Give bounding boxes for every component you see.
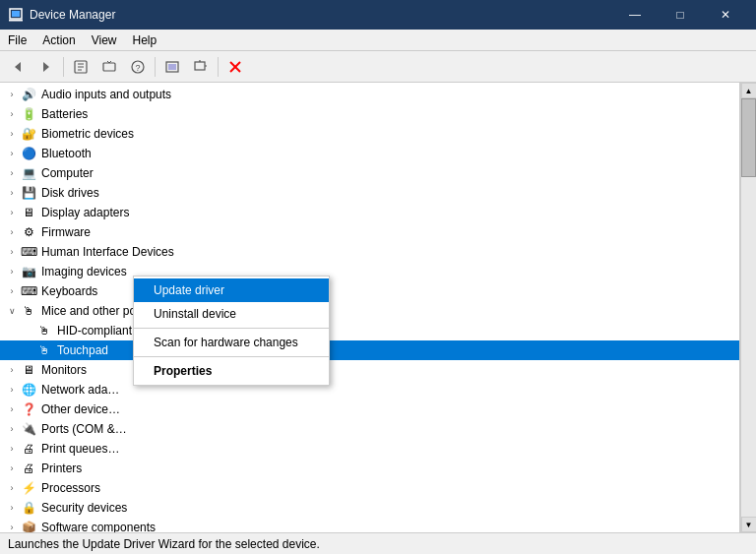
scroll-down-button[interactable]: ▼ — [741, 517, 757, 532]
tree-item-other[interactable]: ›❓Other device… — [0, 400, 739, 419]
context-menu-separator — [134, 356, 329, 357]
expand-icon[interactable]: › — [4, 87, 20, 102]
expand-icon[interactable]: › — [4, 185, 20, 201]
tree-item-softwarecomp[interactable]: ›📦Software components — [0, 518, 739, 532]
svg-text:?: ? — [135, 63, 140, 73]
expand-icon[interactable]: › — [4, 421, 20, 437]
menu-help[interactable]: Help — [125, 30, 165, 50]
context-menu-item-uninstall-device[interactable]: Uninstall device — [134, 302, 329, 326]
tree-item-display[interactable]: ›🖥Display adapters — [0, 203, 739, 222]
expand-icon[interactable]: › — [4, 362, 20, 378]
close-button[interactable]: ✕ — [703, 0, 748, 30]
tree-item-biometric[interactable]: ›🔐Biometric devices — [0, 124, 739, 144]
tree-item-ports[interactable]: ›🔌Ports (COM &… — [0, 419, 739, 439]
maximize-button[interactable]: □ — [658, 0, 703, 30]
tree-item-printers[interactable]: ›🖨Printers — [0, 459, 739, 478]
menu-view[interactable]: View — [84, 30, 125, 50]
tree-item-disk[interactable]: ›💾Disk drives — [0, 183, 739, 203]
tree-item-computer[interactable]: ›💻Computer — [0, 163, 739, 183]
tree-item-printqueues[interactable]: ›🖨Print queues… — [0, 439, 739, 459]
device-icon: ⚙ — [20, 224, 37, 240]
tree-item-label: Disk drives — [41, 186, 99, 200]
uninstall-button[interactable] — [221, 54, 249, 80]
tree-item-label: Keyboards — [41, 284, 97, 298]
tree-item-imaging[interactable]: ›📷Imaging devices — [0, 262, 739, 281]
expand-icon[interactable]: › — [4, 244, 20, 260]
tree-item-label: Monitors — [41, 363, 87, 377]
expand-icon[interactable]: › — [4, 500, 20, 516]
minimize-button[interactable]: — — [612, 0, 658, 30]
expand-icon[interactable]: ∨ — [4, 303, 20, 319]
tree-item-hid[interactable]: ›⌨Human Interface Devices — [0, 242, 739, 262]
scan-hardware-button[interactable] — [187, 54, 215, 80]
tree-item-monitors[interactable]: ›🖥Monitors — [0, 360, 739, 380]
expand-icon[interactable]: › — [4, 520, 20, 532]
expand-icon[interactable]: › — [4, 401, 20, 417]
context-menu-item-scan-changes[interactable]: Scan for hardware changes — [134, 331, 329, 354]
tree-item-bluetooth[interactable]: ›🔵Bluetooth — [0, 144, 739, 163]
tree-item-batteries[interactable]: ›🔋Batteries — [0, 104, 739, 124]
device-icon: 🖨 — [20, 441, 37, 457]
menu-file[interactable]: File — [0, 30, 34, 50]
tree-item-label: Ports (COM &… — [41, 422, 127, 436]
tree-item-keyboards[interactable]: ›⌨Keyboards — [0, 281, 739, 301]
svg-rect-9 — [103, 63, 115, 71]
scroll-track[interactable] — [741, 98, 756, 517]
tree-item-audio[interactable]: ›🔊Audio inputs and outputs — [0, 85, 739, 104]
window-controls: — □ ✕ — [612, 0, 748, 30]
toolbar-sep-2 — [155, 57, 156, 77]
expand-icon[interactable]: › — [4, 165, 20, 181]
menu-action[interactable]: Action — [34, 30, 83, 50]
tree-item-label: Audio inputs and outputs — [41, 88, 171, 101]
properties-toolbar-button[interactable] — [67, 54, 94, 80]
main-area: ›🔊Audio inputs and outputs›🔋Batteries›🔐B… — [0, 83, 756, 532]
device-icon: 🔵 — [20, 146, 37, 161]
expand-icon[interactable] — [20, 323, 35, 339]
toolbar-sep-3 — [218, 57, 219, 77]
forward-button[interactable] — [32, 54, 60, 80]
tree-item-network[interactable]: ›🌐Network ada… — [0, 380, 739, 400]
expand-icon[interactable]: › — [4, 283, 20, 299]
help-toolbar-button[interactable]: ? — [124, 54, 152, 80]
device-icon: 🖱 — [20, 303, 37, 319]
expand-icon[interactable]: › — [4, 106, 20, 122]
device-icon: 📦 — [20, 520, 37, 532]
tree-item-label: Processors — [41, 481, 100, 495]
tree-item-touchpad[interactable]: 🖱Touchpad — [0, 340, 739, 360]
device-tree[interactable]: ›🔊Audio inputs and outputs›🔋Batteries›🔐B… — [0, 83, 740, 532]
expand-icon[interactable]: › — [4, 205, 20, 220]
tree-item-label: Security devices — [41, 501, 127, 515]
expand-icon[interactable]: › — [4, 126, 20, 142]
expand-icon[interactable]: › — [4, 146, 20, 161]
scroll-up-button[interactable]: ▲ — [741, 83, 757, 98]
expand-icon[interactable]: › — [4, 264, 20, 279]
tree-item-firmware[interactable]: ›⚙Firmware — [0, 222, 739, 242]
back-button[interactable] — [4, 54, 32, 80]
device-icon: 🖱 — [35, 323, 53, 339]
context-menu-item-properties[interactable]: Properties — [134, 359, 329, 383]
expand-icon[interactable] — [20, 342, 35, 358]
show-hidden-button[interactable] — [158, 54, 186, 80]
scrollbar[interactable]: ▲ ▼ — [740, 83, 756, 532]
tree-item-label: Print queues… — [41, 442, 119, 456]
expand-icon[interactable]: › — [4, 461, 20, 476]
tree-item-label: Bluetooth — [41, 147, 92, 160]
status-bar: Launches the Update Driver Wizard for th… — [0, 532, 756, 554]
expand-icon[interactable]: › — [4, 480, 20, 496]
expand-icon[interactable]: › — [4, 382, 20, 398]
context-menu-item-update-driver[interactable]: Update driver — [134, 278, 329, 302]
update-driver-toolbar-button[interactable] — [95, 54, 123, 80]
svg-rect-13 — [168, 64, 176, 70]
tree-item-hid-mouse[interactable]: 🖱HID-compliant mouse — [0, 321, 739, 340]
tree-item-label: Display adapters — [41, 206, 129, 219]
svg-marker-4 — [43, 62, 49, 72]
scroll-thumb[interactable] — [741, 98, 756, 177]
expand-icon[interactable]: › — [4, 441, 20, 457]
device-icon: 🖥 — [20, 362, 37, 378]
expand-icon[interactable]: › — [4, 224, 20, 240]
tree-item-mice[interactable]: ∨🖱Mice and other pointing devices — [0, 301, 739, 321]
tree-item-processors[interactable]: ›⚡Processors — [0, 478, 739, 498]
tree-item-label: Human Interface Devices — [41, 245, 174, 259]
device-icon: 🖥 — [20, 205, 37, 220]
tree-item-security[interactable]: ›🔒Security devices — [0, 498, 739, 518]
